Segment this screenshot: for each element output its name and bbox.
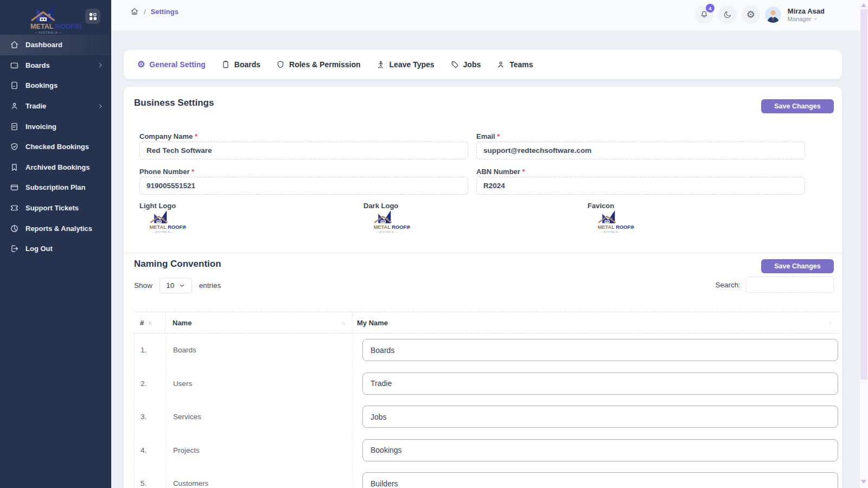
row-number: 2. bbox=[135, 367, 166, 401]
tab-leave-types[interactable]: Leave Types bbox=[376, 60, 435, 69]
email-label: Email * bbox=[476, 132, 500, 140]
sidebar-item-support-tickets[interactable]: Support Tickets bbox=[0, 198, 111, 219]
dark-mode-toggle[interactable] bbox=[718, 5, 737, 24]
settings-content: Business Settings Save Changes Company N… bbox=[124, 87, 842, 488]
sidebar-item-tradie[interactable]: Tradie bbox=[0, 96, 111, 117]
table-row: 5. Customers bbox=[135, 467, 838, 488]
row-number: 3. bbox=[135, 400, 166, 434]
sidebar-item-label: Subscription Plan bbox=[25, 183, 86, 191]
chevron-right-icon bbox=[97, 103, 104, 110]
tab-teams[interactable]: Teams bbox=[496, 60, 533, 69]
user-icon bbox=[496, 60, 505, 69]
tab-boards[interactable]: Boards bbox=[221, 60, 260, 69]
email-field[interactable] bbox=[476, 142, 805, 159]
sidebar-item-subscription-plan[interactable]: Subscription Plan bbox=[0, 177, 111, 198]
naming-save-button[interactable]: Save Changes bbox=[761, 259, 834, 273]
brand-logo: METAL ROOFING — AUSTRALIA — bbox=[15, 3, 81, 37]
sidebar-item-checked-bookings[interactable]: Checked Bookings bbox=[0, 137, 111, 157]
column-header-my-name[interactable]: My Name↑ bbox=[353, 312, 838, 333]
sidebar-item-archived-bookings[interactable]: Archived Bookings bbox=[0, 157, 111, 178]
table-row: 1. Boards bbox=[135, 333, 838, 367]
favicon-preview[interactable]: METAL ROOFING — AUSTRALIA — bbox=[588, 209, 634, 235]
sidebar-item-log-out[interactable]: Log Out bbox=[0, 239, 111, 259]
company-name-field[interactable] bbox=[139, 142, 468, 159]
naming-table: #↑↓ Name↑↓ My Name↑ 1. Boards 2. Users bbox=[134, 312, 838, 488]
svg-text:ROOFING: ROOFING bbox=[55, 23, 81, 30]
avatar[interactable] bbox=[765, 7, 781, 23]
board-icon bbox=[10, 61, 19, 70]
svg-text:ROOFING: ROOFING bbox=[392, 224, 410, 230]
my-name-input[interactable] bbox=[362, 439, 838, 461]
home-breadcrumb-icon[interactable] bbox=[130, 7, 139, 16]
sidebar-item-label: Checked Bookings bbox=[25, 143, 89, 151]
show-label: Show bbox=[134, 281, 152, 290]
svg-text:ROOFING: ROOFING bbox=[616, 224, 634, 230]
business-save-button[interactable]: Save Changes bbox=[761, 99, 834, 113]
metal-roofing-logo: METAL ROOFING — AUSTRALIA — bbox=[588, 209, 634, 235]
sidebar-item-invoicing[interactable]: Invoicing bbox=[0, 116, 111, 137]
tab-label: General Setting bbox=[149, 60, 205, 69]
light-logo-preview[interactable]: METAL ROOFING — AUSTRALIA — bbox=[139, 209, 186, 235]
user-icon bbox=[10, 101, 19, 111]
sidebar-item-label: Dashboard bbox=[25, 41, 62, 49]
business-settings-title: Business Settings bbox=[134, 98, 214, 108]
table-body: 1. Boards 2. Users 3. Services 4. Projec… bbox=[134, 333, 838, 488]
entries-label: entries bbox=[199, 281, 221, 290]
app-root: METAL ROOFING — AUSTRALIA — Dashboard Bo… bbox=[0, 0, 868, 488]
my-name-input[interactable] bbox=[362, 472, 838, 488]
tab-label: Boards bbox=[234, 60, 260, 69]
sidebar-item-label: Tradie bbox=[25, 102, 46, 110]
sidebar-item-label: Invoicing bbox=[25, 123, 56, 131]
tab-roles-permission[interactable]: Roles & Permission bbox=[276, 60, 361, 69]
clipboard-icon bbox=[221, 60, 230, 69]
pie-chart-icon bbox=[10, 224, 19, 233]
abn-number-field[interactable] bbox=[476, 177, 805, 195]
scroll-up-arrow[interactable] bbox=[861, 3, 866, 7]
row-number: 4. bbox=[135, 434, 166, 467]
phone-number-field[interactable] bbox=[139, 177, 468, 195]
user-menu[interactable]: Mirza Asad Manager bbox=[788, 7, 825, 22]
svg-text:METAL: METAL bbox=[150, 224, 167, 230]
tab-label: Roles & Permission bbox=[289, 60, 361, 69]
dark-logo-preview[interactable]: METAL ROOFING — AUSTRALIA — bbox=[363, 209, 410, 235]
scrollbar-thumb[interactable] bbox=[860, 9, 867, 380]
row-name: Boards bbox=[166, 333, 353, 367]
sidebar-item-reports-analytics[interactable]: Reports & Analytics bbox=[0, 218, 111, 239]
svg-text:ROOFING: ROOFING bbox=[168, 224, 186, 230]
svg-text:— AUSTRALIA —: — AUSTRALIA — bbox=[34, 31, 62, 34]
settings-tabs: ⚙ General Setting Boards Roles & Permiss… bbox=[124, 50, 842, 79]
light-logo-label: Light Logo bbox=[139, 202, 176, 210]
my-name-input[interactable] bbox=[362, 339, 838, 361]
column-header-num[interactable]: #↑↓ bbox=[134, 312, 165, 333]
tab-jobs[interactable]: Jobs bbox=[450, 60, 481, 69]
gear-icon: ⚙ bbox=[746, 10, 755, 20]
row-name: Users bbox=[166, 367, 353, 401]
my-name-input[interactable] bbox=[362, 373, 838, 395]
scroll-down-arrow[interactable] bbox=[861, 480, 866, 484]
metal-roofing-logo: METAL ROOFING — AUSTRALIA — bbox=[139, 209, 186, 235]
sidebar-item-dashboard[interactable]: Dashboard bbox=[0, 35, 111, 55]
settings-button[interactable]: ⚙ bbox=[742, 5, 760, 24]
leave-person-icon bbox=[376, 60, 385, 69]
notifications-button[interactable]: 4 bbox=[695, 5, 713, 24]
svg-text:METAL: METAL bbox=[30, 23, 54, 30]
tab-label: Jobs bbox=[463, 60, 481, 69]
sidebar-item-bookings[interactable]: Bookings bbox=[0, 75, 111, 96]
search-input[interactable] bbox=[746, 277, 834, 293]
sidebar-item-label: Bookings bbox=[25, 81, 58, 89]
grid-icon bbox=[89, 12, 97, 21]
vertical-scrollbar[interactable] bbox=[860, 0, 868, 488]
my-name-input[interactable] bbox=[362, 406, 838, 428]
svg-text:— AUSTRALIA —: — AUSTRALIA — bbox=[601, 231, 621, 233]
tab-general-setting[interactable]: ⚙ General Setting bbox=[137, 60, 206, 69]
column-header-name[interactable]: Name↑↓ bbox=[165, 312, 353, 333]
apps-grid-button[interactable] bbox=[85, 9, 100, 24]
table-row: 4. Projects bbox=[135, 434, 838, 467]
breadcrumb-current-page[interactable]: Settings bbox=[151, 8, 178, 16]
svg-text:METAL: METAL bbox=[374, 224, 391, 230]
table-header: #↑↓ Name↑↓ My Name↑ bbox=[134, 312, 838, 333]
sidebar: METAL ROOFING — AUSTRALIA — Dashboard Bo… bbox=[0, 0, 111, 488]
sidebar-item-boards[interactable]: Boards bbox=[0, 55, 111, 76]
row-name: Customers bbox=[166, 467, 353, 488]
page-size-select[interactable]: 10 bbox=[159, 278, 192, 293]
